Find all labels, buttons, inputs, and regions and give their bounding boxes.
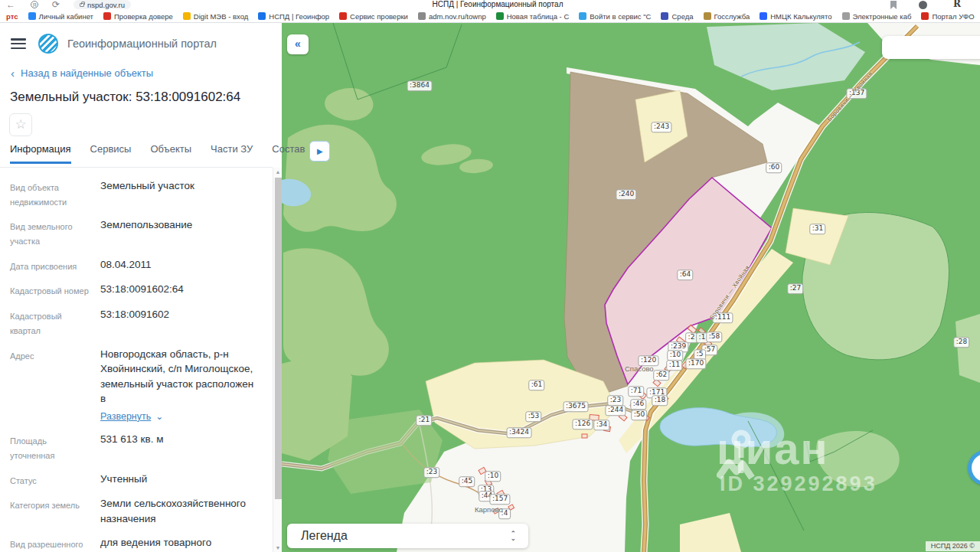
field-row: Категория земельЗемли сельскохозяйственн… [0,496,273,526]
scroll-down-icon[interactable]: ▼ [273,545,283,550]
scrollbar-thumb[interactable] [275,178,282,499]
field-label: Категория земель [10,496,93,526]
back-link[interactable]: ‹ Назад в найденные объекты [11,67,153,79]
chevron-down-icon: ⌄ [155,411,163,422]
panel-collapse-button[interactable]: « [287,34,309,54]
field-label: Кадастровый номер [10,282,93,299]
tabs: ИнформацияСервисыОбъектыЧасти ЗУСостав ▶ [0,143,273,168]
browser-r-icon[interactable]: R [953,0,961,9]
menu-icon[interactable] [11,38,26,49]
scroll-up-icon[interactable]: ▲ [273,169,283,175]
bookmark-label: Среда [671,12,693,21]
field-value: для ведения товарного сельскохозяйственн… [100,535,262,552]
field-value: 531 613 кв. м [100,432,262,462]
lock-icon [80,3,84,7]
field-value: Земли сельскохозяйственного назначения [100,496,262,526]
field-label: Статус [10,472,93,488]
field-row: СтатусУчтенный [0,472,273,488]
bookmarks-bar: ртсЛичный кабинетПроверка довереDigit МЭ… [0,10,980,23]
refresh-icon[interactable]: ⟳ [52,0,60,10]
cian-pin-icon [717,427,756,482]
browser-home-icon[interactable]: Я [31,1,38,8]
bookmark-item[interactable]: Digit МЭВ - вход [183,12,248,21]
bookmark-item[interactable]: Проверка довере [103,12,173,21]
bookmark-item[interactable]: Войти в сервис "С [579,12,651,21]
bookmark-favicon [496,12,504,20]
favorite-star-button[interactable]: ☆ [9,113,32,136]
map-attribution: НСПД 2026 © [926,541,980,551]
village-label-Карпово: Карпово [475,505,503,514]
tab-Состав[interactable]: Состав [272,143,305,164]
bookmark-label: Новая таблица - С [507,12,570,21]
field-row: Дата присвоения08.04.2011 [0,257,273,274]
field-label: Адрес [10,347,93,424]
bookmark-label: Электронные каб [853,12,912,21]
field-value: Новгородская область, р-н Хвойнинский, с… [100,347,262,424]
bookmark-label: adm.nov.ru/townp [429,12,486,21]
bookmark-label: НМЦК Калькулято [770,12,831,21]
field-row: Вид разрешенного использованиядля ведени… [0,535,273,552]
field-row: Вид объекта недвижимостиЗемельный участо… [0,178,273,209]
legend-expand-icon[interactable]: ⌃⌄ [510,531,516,541]
tab-row: ИнформацияСервисыОбъектыЧасти ЗУСостав [0,143,305,164]
bookmark-label: Проверка довере [114,12,173,21]
cian-watermark: циан ID 329292893 [717,427,877,496]
field-label: Площадь уточненная [10,432,93,462]
bookmark-flag-icon[interactable] [890,1,897,9]
field-row: АдресНовгородская область, р-н Хвойнинск… [0,347,273,424]
side-panel: Геоинформационный портал ‹ Назад в найде… [0,23,282,552]
bookmark-label: Портал УФО [932,12,974,21]
bookmark-item[interactable]: adm.nov.ru/townp [418,12,486,21]
field-list: Вид объекта недвижимостиЗемельный участо… [0,168,273,552]
url-text: nspd.gov.ru [87,1,125,9]
field-label: Кадастровый квартал [10,307,93,338]
bookmark-item[interactable]: НМЦК Калькулято [760,12,831,21]
bookmark-item[interactable]: Новая таблица - С [496,12,570,21]
field-value: Землепользование [100,217,262,248]
map-canvas[interactable]: :3864:243:137:60:240:31:64:27:111:28:2:1… [282,23,980,552]
bookmark-label: НСПД | Геоинфор [269,12,329,21]
portal-logo-icon [38,34,58,54]
bookmark-favicon [339,12,347,20]
bookmark-item[interactable]: Сервис проверки [339,12,408,21]
bookmark-item[interactable]: Портал УФО [921,12,974,21]
portal-title: Геоинформационный портал [67,38,217,50]
bookmark-item[interactable]: Среда [661,12,693,21]
bookmark-label: Войти в сервис "С [590,12,651,21]
page-title-text: НСПД | Геоинформационный портал [433,0,564,8]
tab-Информация[interactable]: Информация [10,143,71,164]
tab-Части ЗУ[interactable]: Части ЗУ [211,143,253,164]
bookmark-label: Digit МЭВ - вход [194,12,248,21]
tab-Сервисы[interactable]: Сервисы [90,143,132,164]
field-row: Вид земельного участкаЗемлепользование [0,217,273,248]
field-value: Учтенный [100,472,262,488]
address-bar[interactable]: nspd.gov.ru [74,0,131,9]
chevron-left-icon: ‹ [11,68,15,78]
panel-scrollbar[interactable]: ▲ ▼ [273,168,282,552]
bookmark-favicon [579,12,586,20]
field-row: Площадь уточненная531 613 кв. м [0,432,273,462]
profile-avatar[interactable] [919,1,927,9]
browser-chrome: ← Я ⟳ nspd.gov.ru НСПД | Геоинформационн… [0,0,980,23]
browser-toolbar: ← Я ⟳ nspd.gov.ru НСПД | Геоинформационн… [0,0,980,10]
legend-label: Легенда [301,529,348,543]
bookmark-label: Госслужба [714,12,750,21]
legend-bar[interactable]: Легенда ⌃⌄ [287,524,528,548]
bookmark-favicon [704,12,711,20]
bookmark-item[interactable]: НСПД | Геоинфор [258,12,329,21]
bookmark-item[interactable]: ртс [6,12,18,21]
map-search-box[interactable] [882,36,980,59]
bookmark-item[interactable]: Личный кабинет [28,12,93,21]
bookmark-item[interactable]: Электронные каб [842,12,912,21]
back-icon[interactable]: ← [6,0,15,10]
tab-Объекты[interactable]: Объекты [150,143,191,164]
bookmark-favicon [760,12,767,20]
field-label: Вид разрешенного использования [10,535,93,552]
bookmark-favicon [258,12,266,20]
bookmark-favicon [842,12,850,20]
more-tabs-button[interactable]: ▶ [309,141,330,162]
field-label: Вид объекта недвижимости [10,178,93,209]
bookmark-item[interactable]: Госслужба [704,12,750,21]
bookmark-label: Личный кабинет [39,12,93,21]
expand-link[interactable]: Развернуть [100,411,151,422]
